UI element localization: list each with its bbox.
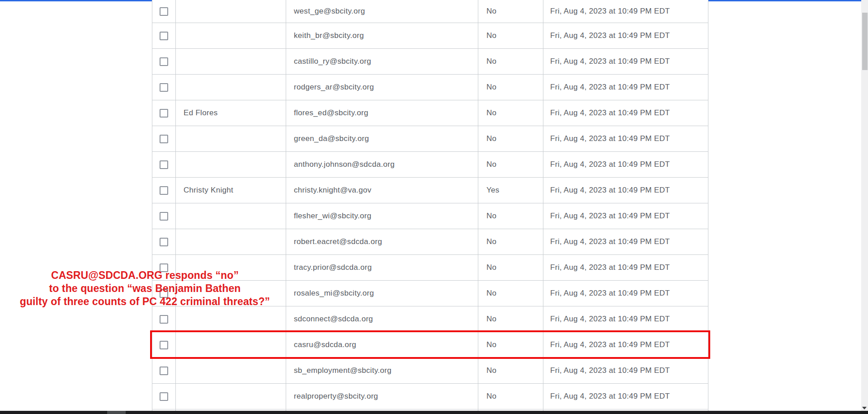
checkbox-cell [152, 306, 176, 332]
responded-cell: No [478, 23, 543, 48]
table-row[interactable]: realproperty@sbcity.org No Fri, Aug 4, 2… [152, 384, 708, 409]
date-cell: Fri, Aug 4, 2023 at 10:49 PM EDT [543, 178, 708, 203]
name-cell [176, 358, 286, 383]
name-cell [176, 203, 286, 229]
name-cell [176, 0, 286, 23]
page: west_ge@sbcity.org No Fri, Aug 4, 2023 a… [0, 0, 868, 414]
horizontal-scrollbar[interactable] [0, 411, 868, 414]
annotation-line: CASRU@SDCDA.ORG responds “no” [17, 269, 273, 282]
row-checkbox[interactable] [160, 212, 168, 221]
checkbox-cell [152, 49, 176, 74]
row-checkbox[interactable] [160, 238, 168, 246]
name-cell [176, 23, 286, 48]
row-checkbox[interactable] [160, 83, 168, 92]
checkbox-cell [152, 0, 176, 23]
email-cell: casru@sdcda.org [286, 332, 478, 358]
checkbox-cell [152, 75, 176, 100]
table-row[interactable]: west_ge@sbcity.org No Fri, Aug 4, 2023 a… [152, 0, 708, 23]
email-cell: anthony.johnson@sdcda.org [286, 152, 478, 177]
checkbox-cell [152, 332, 176, 358]
table-row[interactable]: keith_br@sbcity.org No Fri, Aug 4, 2023 … [152, 23, 708, 49]
email-cell: rodgers_ar@sbcity.org [286, 75, 478, 100]
checkbox-cell [152, 126, 176, 151]
table-row[interactable]: castillo_ry@sbcity.org No Fri, Aug 4, 20… [152, 49, 708, 75]
row-checkbox[interactable] [160, 7, 168, 16]
responded-cell: No [478, 126, 543, 151]
name-cell: Ed Flores [176, 100, 286, 126]
responded-cell: No [478, 358, 543, 383]
checkbox-cell [152, 384, 176, 409]
recipients-table-body: west_ge@sbcity.org No Fri, Aug 4, 2023 a… [152, 0, 708, 414]
name-cell: Christy Knight [176, 178, 286, 203]
row-checkbox[interactable] [160, 392, 168, 401]
email-cell: keith_br@sbcity.org [286, 23, 478, 48]
email-cell: robert.eacret@sdcda.org [286, 229, 478, 254]
name-cell [176, 384, 286, 409]
table-row[interactable]: rodgers_ar@sbcity.org No Fri, Aug 4, 202… [152, 75, 708, 100]
row-checkbox[interactable] [160, 135, 168, 143]
table-row[interactable]: casru@sdcda.org No Fri, Aug 4, 2023 at 1… [152, 332, 708, 358]
annotation-text: CASRU@SDCDA.ORG responds “no” to the que… [17, 269, 273, 308]
row-checkbox[interactable] [160, 32, 168, 40]
email-cell: flesher_wi@sbcity.org [286, 203, 478, 229]
email-cell: west_ge@sbcity.org [286, 0, 478, 23]
row-checkbox[interactable] [160, 341, 168, 349]
date-cell: Fri, Aug 4, 2023 at 10:49 PM EDT [543, 255, 708, 280]
date-cell: Fri, Aug 4, 2023 at 10:49 PM EDT [543, 203, 708, 229]
table-row[interactable]: sdconnect@sdcda.org No Fri, Aug 4, 2023 … [152, 306, 708, 332]
email-cell: castillo_ry@sbcity.org [286, 49, 478, 74]
table-row[interactable]: anthony.johnson@sdcda.org No Fri, Aug 4,… [152, 152, 708, 178]
table-row[interactable]: flesher_wi@sbcity.org No Fri, Aug 4, 202… [152, 203, 708, 229]
email-cell: sdconnect@sdcda.org [286, 306, 478, 332]
vertical-scrollbar[interactable] [861, 0, 868, 414]
annotation-line: to the question “was Benjamin Bathen [17, 282, 273, 295]
email-cell: rosales_mi@sbcity.org [286, 281, 478, 306]
responded-cell: No [478, 255, 543, 280]
date-cell: Fri, Aug 4, 2023 at 10:49 PM EDT [543, 0, 708, 23]
email-cell: green_da@sbcity.org [286, 126, 478, 151]
table-row[interactable]: robert.eacret@sdcda.org No Fri, Aug 4, 2… [152, 229, 708, 255]
row-checkbox[interactable] [160, 57, 168, 66]
date-cell: Fri, Aug 4, 2023 at 10:49 PM EDT [543, 23, 708, 48]
name-cell [176, 49, 286, 74]
table-row[interactable]: Ed Flores flores_ed@sbcity.org No Fri, A… [152, 100, 708, 126]
responded-cell: No [478, 75, 543, 100]
date-cell: Fri, Aug 4, 2023 at 10:49 PM EDT [543, 306, 708, 332]
row-checkbox[interactable] [160, 367, 168, 375]
row-checkbox[interactable] [160, 109, 168, 118]
scroll-down-arrow-icon[interactable] [862, 407, 867, 409]
date-cell: Fri, Aug 4, 2023 at 10:49 PM EDT [543, 152, 708, 177]
responded-cell: Yes [478, 178, 543, 203]
table-row[interactable]: Christy Knight christy.knight@va.gov Yes… [152, 178, 708, 203]
name-cell [176, 229, 286, 254]
email-cell: christy.knight@va.gov [286, 178, 478, 203]
vertical-scrollbar-thumb[interactable] [862, 13, 868, 70]
email-cell: tracy.prior@sdcda.org [286, 255, 478, 280]
checkbox-cell [152, 178, 176, 203]
checkbox-cell [152, 100, 176, 126]
responded-cell: No [478, 0, 543, 23]
responded-cell: No [478, 332, 543, 358]
row-checkbox[interactable] [160, 186, 168, 195]
date-cell: Fri, Aug 4, 2023 at 10:49 PM EDT [543, 229, 708, 254]
name-cell [176, 306, 286, 332]
responded-cell: No [478, 281, 543, 306]
checkbox-cell [152, 23, 176, 48]
date-cell: Fri, Aug 4, 2023 at 10:49 PM EDT [543, 100, 708, 126]
table-row[interactable]: green_da@sbcity.org No Fri, Aug 4, 2023 … [152, 126, 708, 152]
date-cell: Fri, Aug 4, 2023 at 10:49 PM EDT [543, 281, 708, 306]
responded-cell: No [478, 306, 543, 332]
name-cell [176, 332, 286, 358]
row-checkbox[interactable] [160, 160, 168, 169]
name-cell [176, 75, 286, 100]
table-row[interactable]: sb_employment@sbcity.org No Fri, Aug 4, … [152, 358, 708, 384]
row-checkbox[interactable] [160, 315, 168, 324]
date-cell: Fri, Aug 4, 2023 at 10:49 PM EDT [543, 49, 708, 74]
responded-cell: No [478, 203, 543, 229]
name-cell [176, 126, 286, 151]
responded-cell: No [478, 100, 543, 126]
horizontal-scrollbar-thumb[interactable] [107, 411, 126, 414]
responded-cell: No [478, 384, 543, 409]
recipients-table: west_ge@sbcity.org No Fri, Aug 4, 2023 a… [152, 0, 708, 414]
responded-cell: No [478, 49, 543, 74]
